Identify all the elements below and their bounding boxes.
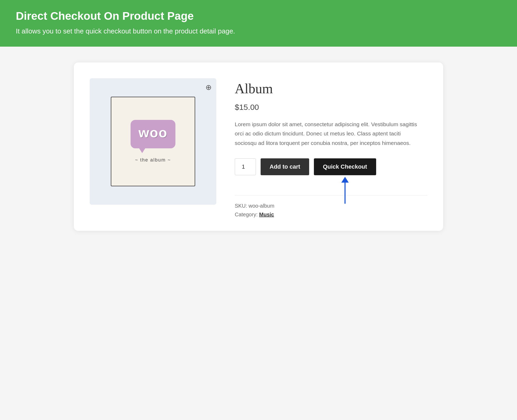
category-row: Category: Music <box>235 212 427 218</box>
category-link[interactable]: Music <box>259 212 274 217</box>
category-label: Category: <box>235 212 258 217</box>
page-body: ⊕ woo ~ the album ~ Album $15.00 Lorem i… <box>0 47 517 247</box>
album-art: woo ~ the album ~ <box>111 97 195 186</box>
arrow-line <box>344 183 346 204</box>
add-to-cart-row: Add to cart Quick Checkout <box>235 158 427 175</box>
arrow-head <box>341 177 349 183</box>
product-price: $15.00 <box>235 103 427 112</box>
product-card: ⊕ woo ~ the album ~ Album $15.00 Lorem i… <box>74 62 443 231</box>
quick-checkout-button[interactable]: Quick Checkout <box>314 158 376 175</box>
page-title: Direct Checkout On Product Page <box>16 9 501 23</box>
woo-bubble: woo <box>131 120 175 148</box>
sku-label: SKU: <box>235 203 247 209</box>
zoom-icon[interactable]: ⊕ <box>205 83 212 92</box>
album-label: ~ the album ~ <box>135 157 171 163</box>
product-description: Lorem ipsum dolor sit amet, consectetur … <box>235 120 419 148</box>
quantity-input[interactable] <box>235 158 256 175</box>
product-name: Album <box>235 81 427 96</box>
product-details: Album $15.00 Lorem ipsum dolor sit amet,… <box>235 78 427 218</box>
sku-row: SKU: woo-album <box>235 203 427 209</box>
add-to-cart-area: Add to cart Quick Checkout <box>235 158 427 185</box>
add-to-cart-button[interactable]: Add to cart <box>261 158 309 175</box>
page-subtitle: It allows you to set the quick checkout … <box>16 26 501 36</box>
product-image-container: ⊕ woo ~ the album ~ <box>90 78 216 205</box>
header-banner: Direct Checkout On Product Page It allow… <box>0 0 517 47</box>
arrow-indicator <box>341 177 349 204</box>
woo-text: woo <box>138 125 167 140</box>
sku-value: woo-album <box>248 203 274 209</box>
product-meta: SKU: woo-album Category: Music <box>235 195 427 218</box>
